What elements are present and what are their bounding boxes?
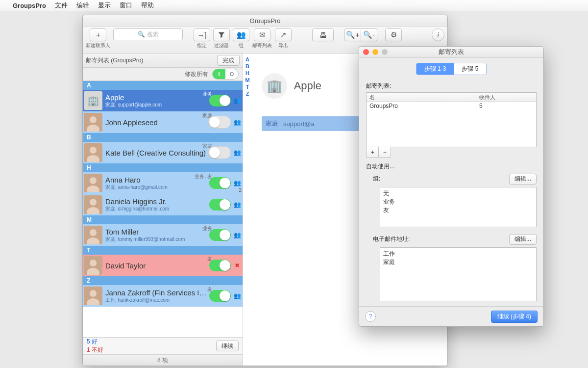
include-toggle[interactable] <box>209 177 231 189</box>
zoom-in-button[interactable]: 🔍+ <box>344 28 361 41</box>
filter-button[interactable] <box>213 28 230 41</box>
new-contact-button[interactable]: ＋ <box>90 28 106 41</box>
mailing-lists-table[interactable]: 名 收件人 GroupsPro 5 <box>366 92 537 147</box>
contact-row[interactable]: 🏢Apple家庭, support@apple.com业务👥 <box>83 90 243 111</box>
contact-row[interactable]: Tom Miller家庭, tommy.miller993@hotmail.co… <box>83 224 243 246</box>
contact-name: David Taylor <box>105 262 209 270</box>
settings-button[interactable]: ⚙ <box>385 28 402 41</box>
index-letter[interactable]: Z <box>246 91 249 97</box>
contact-row[interactable]: Anna Haro家庭, anna-haro@gmail.com业务, 友👥2 <box>83 172 243 194</box>
menu-view[interactable]: 显示 <box>98 1 111 10</box>
dialog-titlebar[interactable]: 邮寄列表 <box>359 47 543 58</box>
include-toggle[interactable] <box>209 260 231 271</box>
assign-button[interactable]: →] <box>194 28 210 41</box>
contact-row[interactable]: Janna Zakroff (Fin Services Inc.)工作, han… <box>83 285 243 307</box>
avatar <box>84 174 102 192</box>
search-input[interactable]: 🔍 搜索 <box>113 28 183 40</box>
index-letter[interactable]: T <box>246 84 249 90</box>
print-button[interactable]: 🖶 <box>312 28 334 41</box>
include-toggle[interactable] <box>209 95 231 106</box>
avatar <box>84 226 102 244</box>
detail-email-value: support@a <box>283 120 315 128</box>
tab-step-1-3[interactable]: 步骤 1-3 <box>416 63 454 75</box>
dialog-title: 邮寄列表 <box>439 48 464 56</box>
remove-list-button[interactable]: － <box>378 147 391 158</box>
include-toggle[interactable] <box>209 229 231 241</box>
menu-help[interactable]: 帮助 <box>141 1 154 10</box>
tab-step-5[interactable]: 步骤 5 <box>454 63 486 75</box>
list-item[interactable]: 工作 <box>383 250 533 258</box>
zoom-icon[interactable] <box>382 49 388 55</box>
col-name[interactable]: 名 <box>367 93 476 102</box>
close-icon[interactable] <box>363 49 369 55</box>
include-toggle[interactable] <box>209 290 231 302</box>
step-tabs[interactable]: 步骤 1-3 步骤 5 <box>416 63 487 75</box>
table-row[interactable]: GroupsPro 5 <box>367 102 536 111</box>
index-letter[interactable]: A <box>245 56 249 62</box>
groups-button[interactable]: 👥 <box>233 28 249 41</box>
status-bad: 1 不好 <box>87 346 103 354</box>
modify-all-toggle[interactable]: I O <box>212 69 239 79</box>
avatar <box>84 287 102 305</box>
index-letter[interactable]: M <box>245 77 249 83</box>
minimize-icon[interactable] <box>372 49 378 55</box>
mac-menubar: GroupsPro 文件 编辑 显示 窗口 帮助 <box>0 0 588 11</box>
menubar-app-name[interactable]: GroupsPro <box>13 2 46 9</box>
letter-index[interactable]: ABHMTZ <box>243 53 252 366</box>
include-toggle[interactable] <box>209 199 231 210</box>
contact-row[interactable]: Daniela Higgins Jr.家庭, d-higgins@hotmail… <box>83 194 243 215</box>
edit-emails-button[interactable]: 编辑... <box>509 234 537 245</box>
svg-point-13 <box>90 229 97 236</box>
group-icon: 👥 <box>234 119 241 126</box>
main-window-titlebar[interactable]: GroupsPro <box>83 15 447 26</box>
contact-name: Janna Zakroff (Fin Services Inc.) <box>105 289 209 297</box>
include-toggle[interactable] <box>208 116 231 129</box>
mail-lists-label: 邮寄列表 <box>252 42 272 49</box>
index-letter[interactable]: B <box>245 63 249 69</box>
zoom-out-button[interactable]: 🔍- <box>361 28 377 41</box>
contacts-list[interactable]: A🏢Apple家庭, support@apple.com业务👥John Appl… <box>83 81 243 337</box>
continue-step4-button[interactable]: 继续 (步骤 4) <box>491 311 538 323</box>
emails-listbox[interactable]: 工作家庭 <box>380 247 537 301</box>
contact-sub: 家庭, support@apple.com <box>105 102 209 108</box>
detail-title: Apple <box>294 79 321 92</box>
help-button[interactable]: ? <box>365 311 376 322</box>
avatar <box>84 256 102 275</box>
export-label: 导出 <box>278 42 288 49</box>
menu-file[interactable]: 文件 <box>55 1 68 10</box>
add-list-button[interactable]: ＋ <box>366 147 378 158</box>
contact-name: Anna Haro <box>105 176 209 184</box>
contact-row[interactable]: David Taylor友✖ <box>83 255 243 276</box>
search-icon: 🔍 <box>138 31 145 38</box>
list-item[interactable]: 友 <box>383 206 533 214</box>
svg-point-19 <box>90 290 97 297</box>
index-letter[interactable]: H <box>245 70 249 76</box>
building-icon: 🏢 <box>84 91 102 110</box>
info-button[interactable]: i <box>432 28 444 41</box>
avatar <box>84 195 102 214</box>
mail-lists-button[interactable]: ✉ <box>254 28 270 41</box>
menu-edit[interactable]: 编辑 <box>76 1 89 10</box>
contact-name: John Appleseed <box>105 118 208 127</box>
export-button[interactable]: ↗ <box>275 28 292 41</box>
list-item[interactable]: 业务 <box>383 198 533 206</box>
continue-button[interactable]: 继续 <box>216 341 239 351</box>
mailing-list-dialog: 邮寄列表 步骤 1-3 步骤 5 邮寄列表: 名 收件人 GroupsPro 5… <box>359 46 544 327</box>
section-H: H <box>83 163 243 172</box>
done-button[interactable]: 完成 <box>217 55 240 66</box>
include-toggle[interactable] <box>208 146 231 159</box>
list-item[interactable]: 家庭 <box>383 258 533 266</box>
svg-point-10 <box>90 199 97 206</box>
section-A: A <box>83 81 243 90</box>
groups-listbox[interactable]: 无业务友 <box>380 187 537 227</box>
list-item[interactable]: 无 <box>383 189 533 198</box>
menu-window[interactable]: 窗口 <box>120 1 132 10</box>
edit-groups-button[interactable]: 编辑... <box>509 174 537 184</box>
contact-row[interactable]: Kate Bell (Creative Consulting)家庭👥 <box>83 142 243 163</box>
col-recipients[interactable]: 收件人 <box>476 93 536 102</box>
count-badge: 2 <box>239 187 242 193</box>
count-footer: 8 项 <box>83 354 243 366</box>
contact-row[interactable]: John Appleseed家庭👥 <box>83 111 243 133</box>
status-good: 5 好 <box>87 338 103 346</box>
contacts-panel: 邮寄列表 (GroupsPro) 完成 修改所有 I O A🏢Apple家庭, … <box>83 53 243 366</box>
